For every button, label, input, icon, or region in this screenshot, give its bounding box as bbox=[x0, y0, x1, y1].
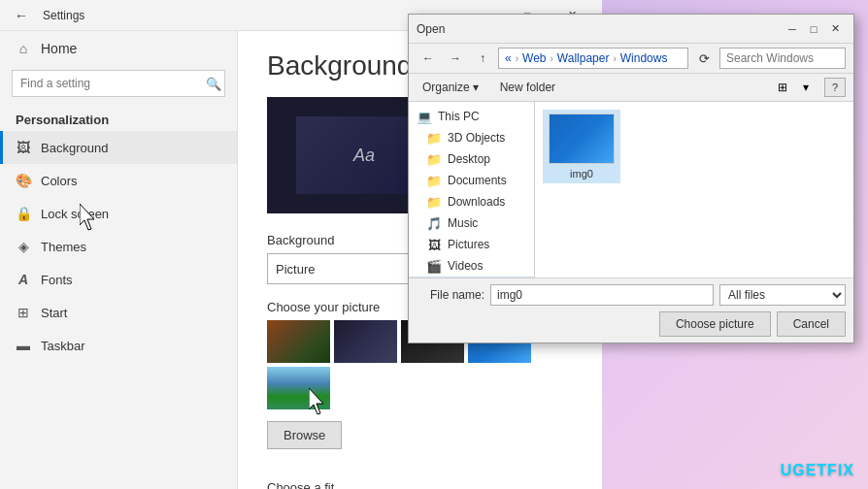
dialog-sidebar-pictures[interactable]: 🖼 Pictures bbox=[409, 234, 534, 255]
bg-preview-text: Aa bbox=[353, 146, 375, 166]
watermark-white: ET bbox=[806, 462, 827, 478]
organize-label: Organize bbox=[422, 81, 470, 94]
this-pc-icon: 💻 bbox=[417, 109, 432, 124]
browse-button[interactable]: Browse bbox=[267, 421, 342, 449]
themes-icon: ◈ bbox=[16, 239, 31, 254]
choose-picture-btn[interactable]: Choose picture bbox=[659, 311, 771, 337]
dialog-close-btn[interactable]: ✕ bbox=[824, 18, 846, 40]
bc-arrow-1: › bbox=[516, 53, 518, 64]
dialog-maximize-btn[interactable]: □ bbox=[803, 18, 824, 40]
watermark-colored: UG bbox=[781, 462, 806, 478]
back-button[interactable]: ← bbox=[8, 2, 35, 29]
dialog-back-btn[interactable]: ← bbox=[417, 48, 440, 69]
dialog-sidebar-this-pc[interactable]: 💻 This PC bbox=[409, 106, 534, 127]
downloads-icon: 📁 bbox=[426, 194, 442, 210]
breadcrumb: « › Web › Wallpaper › Windows bbox=[505, 51, 667, 65]
refresh-btn[interactable]: ⟳ bbox=[692, 48, 716, 69]
dialog-forward-btn[interactable]: → bbox=[444, 48, 467, 69]
desktop-icon: 📁 bbox=[426, 151, 442, 167]
file-item-img0[interactable]: img0 bbox=[543, 110, 620, 183]
bc-web[interactable]: « bbox=[505, 51, 512, 65]
file-preview-img0 bbox=[549, 114, 615, 164]
bc-web-item[interactable]: Web bbox=[522, 51, 546, 65]
view-buttons: ⊞ ▾ bbox=[772, 78, 817, 97]
dialog-sidebar-videos[interactable]: 🎬 Videos bbox=[409, 255, 534, 277]
open-dialog: Open ─ □ ✕ ← → ↑ « › Web › Wallpaper › W… bbox=[408, 14, 854, 343]
bc-windows[interactable]: Windows bbox=[620, 51, 668, 65]
bc-arrow-3: › bbox=[613, 53, 616, 64]
organize-chevron: ▾ bbox=[473, 81, 479, 94]
desktop-label: Desktop bbox=[448, 152, 490, 166]
dialog-up-btn[interactable]: ↑ bbox=[471, 48, 494, 69]
filename-row: File name: All files bbox=[417, 284, 846, 306]
sidebar-item-fonts[interactable]: A Fonts bbox=[0, 263, 237, 296]
search-input[interactable] bbox=[12, 70, 225, 97]
sidebar-item-background[interactable]: 🖼 Background bbox=[0, 131, 237, 164]
help-btn[interactable]: ? bbox=[824, 78, 846, 97]
sidebar-item-start[interactable]: ⊞ Start bbox=[0, 296, 237, 329]
sidebar-home-label: Home bbox=[41, 41, 77, 56]
watermark-colored2: FIX bbox=[827, 462, 854, 478]
dialog-sidebar-3d-objects[interactable]: 📁 3D Objects bbox=[409, 127, 534, 148]
titlebar-left: ← Settings bbox=[8, 2, 84, 29]
dialog-sidebar: 💻 This PC 📁 3D Objects 📁 Desktop 📁 Docum… bbox=[409, 102, 535, 277]
choose-fit-group: Choose a fit Stretch Fill Fit Tile Cente… bbox=[267, 480, 573, 489]
picture-thumb-1[interactable] bbox=[267, 320, 330, 363]
downloads-label: Downloads bbox=[448, 195, 505, 209]
dialog-search-input[interactable] bbox=[719, 48, 846, 69]
filetype-select[interactable]: All files bbox=[719, 284, 846, 306]
filename-label: File name: bbox=[417, 288, 484, 302]
start-icon: ⊞ bbox=[16, 305, 31, 320]
dialog-title: Open bbox=[417, 22, 445, 36]
sidebar: ⌂ Home 🔍 Personalization 🖼 Background 🎨 … bbox=[0, 31, 238, 489]
search-icon: 🔍 bbox=[206, 77, 221, 91]
fonts-icon: A bbox=[16, 272, 31, 287]
filename-input[interactable] bbox=[490, 284, 714, 306]
dialog-titlebar: Open ─ □ ✕ bbox=[409, 15, 853, 44]
address-bar[interactable]: « › Web › Wallpaper › Windows bbox=[498, 48, 688, 69]
sidebar-background-label: Background bbox=[41, 141, 108, 155]
dialog-sidebar-downloads[interactable]: 📁 Downloads bbox=[409, 191, 534, 212]
sidebar-fonts-label: Fonts bbox=[41, 273, 73, 287]
organize-btn[interactable]: Organize ▾ bbox=[417, 79, 484, 96]
sidebar-item-lock-screen[interactable]: 🔒 Lock screen bbox=[0, 197, 237, 230]
bc-wallpaper[interactable]: Wallpaper bbox=[557, 51, 610, 65]
dialog-controls: ─ □ ✕ bbox=[782, 18, 846, 40]
this-pc-label: This PC bbox=[438, 110, 480, 123]
dialog-sidebar-documents[interactable]: 📁 Documents bbox=[409, 170, 534, 191]
pictures-icon: 🖼 bbox=[426, 237, 442, 252]
music-label: Music bbox=[448, 216, 478, 230]
documents-icon: 📁 bbox=[426, 173, 442, 188]
picture-thumb-2[interactable] bbox=[334, 320, 397, 363]
sidebar-item-home[interactable]: ⌂ Home bbox=[0, 31, 237, 66]
file-name-img0: img0 bbox=[570, 168, 593, 179]
dialog-sidebar-desktop[interactable]: 📁 Desktop bbox=[409, 148, 534, 170]
bc-arrow-2: › bbox=[551, 53, 553, 64]
taskbar-icon: ▬ bbox=[16, 338, 31, 353]
home-icon: ⌂ bbox=[16, 41, 31, 56]
sidebar-item-taskbar[interactable]: ▬ Taskbar bbox=[0, 329, 237, 362]
videos-icon: 🎬 bbox=[426, 258, 442, 274]
new-folder-btn[interactable]: New folder bbox=[492, 79, 563, 96]
cancel-btn[interactable]: Cancel bbox=[777, 311, 846, 337]
view-dropdown[interactable]: ▾ bbox=[795, 78, 817, 97]
choose-fit-label: Choose a fit bbox=[267, 480, 573, 489]
view-large-icon[interactable]: ⊞ bbox=[772, 78, 793, 97]
dialog-file-area: img0 bbox=[535, 102, 853, 277]
dialog-body: 💻 This PC 📁 3D Objects 📁 Desktop 📁 Docum… bbox=[409, 102, 853, 277]
dialog-sidebar-music[interactable]: 🎵 Music bbox=[409, 212, 534, 234]
3d-objects-icon: 📁 bbox=[426, 130, 442, 146]
sidebar-item-colors[interactable]: 🎨 Colors bbox=[0, 164, 237, 197]
dialog-minimize-btn[interactable]: ─ bbox=[782, 18, 803, 40]
dialog-actions-row: Choose picture Cancel bbox=[417, 311, 846, 337]
sidebar-start-label: Start bbox=[41, 306, 67, 320]
settings-title: Settings bbox=[43, 9, 84, 22]
sidebar-search[interactable]: 🔍 bbox=[12, 70, 225, 97]
picture-thumb-5[interactable] bbox=[267, 367, 330, 409]
dialog-bottom: File name: All files Choose picture Canc… bbox=[409, 277, 853, 342]
personalization-section-label: Personalization bbox=[0, 105, 237, 131]
sidebar-lock-label: Lock screen bbox=[41, 207, 109, 221]
dialog-toolbar: ← → ↑ « › Web › Wallpaper › Windows ⟳ bbox=[409, 44, 853, 74]
sidebar-item-themes[interactable]: ◈ Themes bbox=[0, 230, 237, 263]
watermark: UGETFIX bbox=[781, 462, 854, 479]
